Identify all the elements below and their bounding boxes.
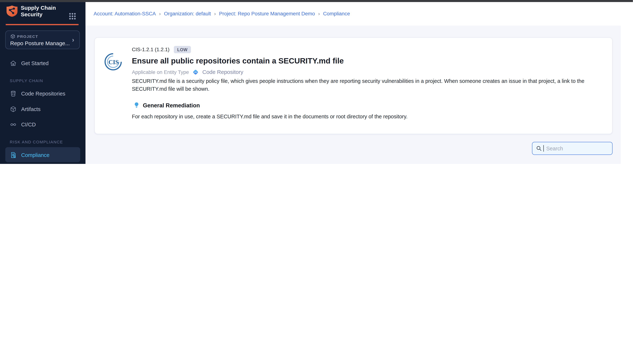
- sidebar-item-rule-definitions[interactable]: Rule Definitions: [0, 163, 86, 164]
- sidebar: Supply Chain Security PROJECT Repo Postu…: [0, 2, 86, 164]
- sidebar-item-label: Code Repositories: [21, 90, 65, 96]
- svg-text:</>: </>: [194, 71, 197, 73]
- text-caret: [543, 145, 544, 152]
- home-icon: [10, 60, 17, 66]
- sidebar-item-label: Get Started: [21, 60, 49, 66]
- search-input[interactable]: [532, 142, 612, 155]
- sidebar-item-artifacts[interactable]: Artifacts: [0, 102, 86, 116]
- rule-id: CIS-1.2.1 (1.2.1): [132, 47, 169, 52]
- applicable-entity-row: Applicable on Entity Type </> Code Repos…: [132, 69, 243, 76]
- rule-description: SECURITY.md file is a security policy fi…: [132, 77, 608, 92]
- sidebar-item-label: CI/CD: [21, 121, 36, 127]
- severity-badge: LOW: [174, 46, 191, 53]
- code-repository-icon: [10, 90, 17, 97]
- sidebar-item-code-repositories[interactable]: Code Repositories: [0, 86, 86, 100]
- rule-detail-card: CIS CIS-1.2.1 (1.2.1) LOW Ensure all pub…: [95, 37, 613, 134]
- breadcrumb-organization[interactable]: Organization: default: [164, 11, 211, 17]
- module-switcher-icon[interactable]: [69, 13, 71, 15]
- sidebar-item-get-started[interactable]: Get Started: [0, 56, 86, 70]
- sidebar-item-label: Compliance: [21, 152, 50, 158]
- app-window: Supply Chain Security PROJECT Repo Postu…: [0, 0, 633, 164]
- breadcrumb-compliance[interactable]: Compliance: [323, 11, 350, 17]
- search-box: [532, 142, 612, 155]
- breadcrumb-account[interactable]: Account: Automation-SSCA: [94, 11, 156, 17]
- cube-icon: [10, 34, 16, 39]
- breadcrumb-project[interactable]: Project: Repo Posture Management Demo: [219, 11, 315, 17]
- search-icon: [536, 145, 542, 152]
- sidebar-item-label: Artifacts: [21, 106, 41, 112]
- section-label-supply-chain: SUPPLY CHAIN: [10, 78, 43, 83]
- breadcrumb-separator: ›: [318, 11, 320, 17]
- remediation-title: General Remediation: [143, 102, 200, 108]
- remediation-text: For each repository in use, create a SEC…: [132, 114, 608, 120]
- supply-chain-security-logo: [6, 5, 18, 19]
- chevron-right-icon: ›: [72, 36, 74, 43]
- right-gutter: [621, 26, 633, 164]
- code-repository-type-icon: </>: [192, 69, 199, 76]
- main-area: Account: Automation-SSCA › Organization:…: [86, 2, 633, 164]
- brand-accent-divider: [6, 24, 79, 25]
- applicable-label: Applicable on Entity Type: [132, 69, 189, 75]
- browser-top-strip: [0, 0, 633, 2]
- lightbulb-icon: [133, 102, 140, 109]
- app-title: Supply Chain Security: [21, 5, 56, 18]
- project-name: Repo Posture Manage...: [10, 40, 71, 46]
- breadcrumb-separator: ›: [159, 11, 161, 17]
- rule-title: Ensure all public repositories contain a…: [132, 56, 344, 66]
- breadcrumb: Account: Automation-SSCA › Organization:…: [86, 2, 633, 26]
- package-icon: [10, 106, 17, 112]
- entity-type-label: Code Repository: [202, 69, 243, 75]
- general-remediation-heading: General Remediation: [133, 102, 200, 109]
- cis-logo: CIS: [103, 52, 123, 72]
- section-label-risk-and-compliance: RISK AND COMPLIANCE: [10, 140, 63, 144]
- sidebar-item-cicd[interactable]: CI/CD: [0, 118, 86, 131]
- sidebar-item-compliance[interactable]: Compliance: [0, 148, 86, 162]
- svg-text:CIS: CIS: [108, 59, 119, 66]
- project-eyebrow-label: PROJECT: [17, 34, 38, 38]
- project-selector[interactable]: PROJECT Repo Posture Manage... ›: [5, 30, 80, 49]
- compliance-content: CIS CIS-1.2.1 (1.2.1) LOW Ensure all pub…: [86, 26, 621, 164]
- breadcrumb-separator: ›: [214, 11, 216, 17]
- compliance-document-icon: [10, 152, 17, 158]
- infinity-icon: [10, 121, 17, 128]
